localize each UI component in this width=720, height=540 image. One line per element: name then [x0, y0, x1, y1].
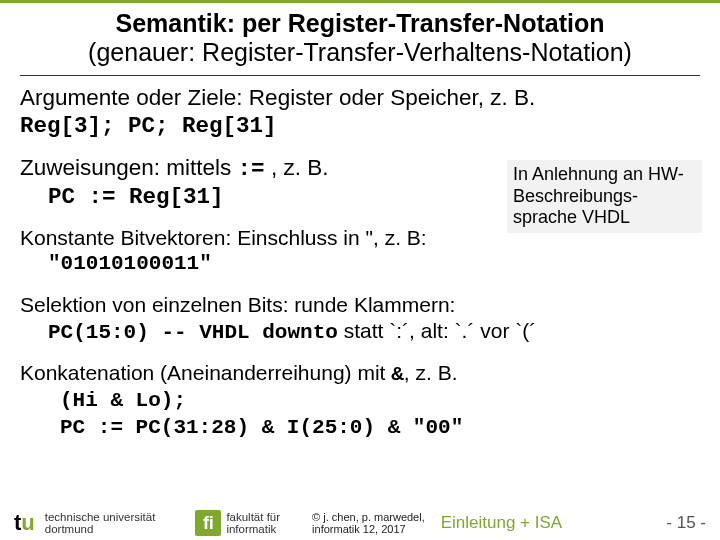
concat-amp: & — [391, 363, 404, 386]
select-tail-pre: -- VHDL — [149, 321, 262, 344]
divider — [20, 75, 700, 76]
const-example: "01010100011" — [20, 251, 700, 277]
tu-logo-mark: tu — [14, 514, 35, 533]
select-line: PC(15:0) -- VHDL downto statt `:´, alt: … — [20, 318, 700, 346]
header: Semantik: per Register-Transfer-Notation… — [0, 3, 720, 71]
args-intro: Argumente oder Ziele: Register oder Spei… — [20, 84, 700, 112]
concat-line1: (Hi & Lo); — [20, 388, 700, 414]
assign-op: := — [238, 156, 265, 182]
page-number: - 15 - — [666, 513, 706, 533]
footer: tu technische universität dortmund fi fa… — [0, 510, 720, 536]
slide-body: Argumente oder Ziele: Register oder Spei… — [0, 84, 720, 441]
const-block: Konstante Bitvektoren: Einschluss in ", … — [20, 225, 700, 278]
slide-subtitle: (genauer: Register-Transfer-Verhaltens-N… — [20, 38, 700, 67]
copyright: © j. chen, p. marwedel, informatik 12, 2… — [312, 511, 425, 535]
concat-intro-pre: Konkatenation (Aneinanderreihung) mit — [20, 361, 391, 384]
select-intro: Selektion von einzelnen Bits: runde Klam… — [20, 292, 700, 318]
fak-line2: informatik — [226, 523, 280, 535]
fi-logo: fi fakultät für informatik — [195, 510, 280, 536]
select-downto: downto — [262, 321, 338, 344]
uni-line2: dortmund — [45, 523, 156, 535]
assign-block: Zuweisungen: mittels := , z. B. PC := Re… — [20, 154, 500, 211]
select-tail-post: statt `:´, alt: `.´ vor `(´ — [338, 319, 536, 342]
slide-title: Semantik: per Register-Transfer-Notation — [20, 9, 700, 38]
assign-example: PC := Reg[31] — [20, 183, 500, 211]
select-block: Selektion von einzelnen Bits: runde Klam… — [20, 292, 700, 347]
copyright-line2: informatik 12, 2017 — [312, 523, 425, 535]
fi-mark: fi — [195, 510, 221, 536]
concat-block: Konkatenation (Aneinanderreihung) mit &,… — [20, 360, 700, 441]
args-block: Argumente oder Ziele: Register oder Spei… — [20, 84, 700, 140]
select-code: PC(15:0) — [48, 321, 149, 344]
slide: Semantik: per Register-Transfer-Notation… — [0, 0, 720, 540]
university-name: technische universität dortmund — [45, 511, 156, 535]
section-title: Einleitung + ISA — [441, 513, 562, 533]
assign-intro-pre: Zuweisungen: mittels — [20, 155, 238, 180]
reg-examples: Reg[3]; PC; Reg[31] — [20, 112, 700, 140]
assign-intro-post: , z. B. — [265, 155, 329, 180]
copyright-line1: © j. chen, p. marwedel, — [312, 511, 425, 523]
vhdl-sidebox: In Anlehnung an HW-Beschreibungs-sprache… — [507, 160, 702, 233]
concat-intro: Konkatenation (Aneinanderreihung) mit &,… — [20, 360, 700, 388]
const-intro: Konstante Bitvektoren: Einschluss in ", … — [20, 225, 700, 251]
faculty-name: fakultät für informatik — [226, 511, 280, 535]
uni-line1: technische universität — [45, 511, 156, 523]
fak-line1: fakultät für — [226, 511, 280, 523]
tu-logo: tu — [14, 514, 35, 533]
concat-intro-post: , z. B. — [404, 361, 458, 384]
concat-line2: PC := PC(31:28) & I(25:0) & "00" — [20, 415, 700, 441]
